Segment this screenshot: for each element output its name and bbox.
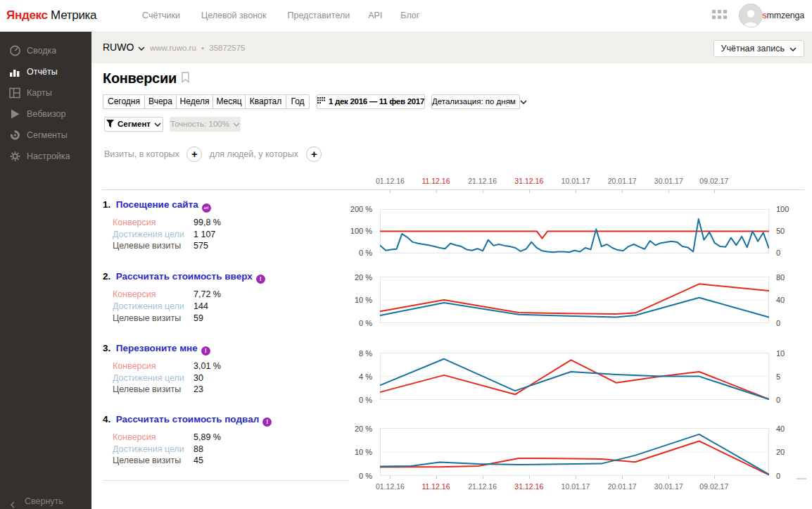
- corner-dash: [797, 478, 806, 479]
- bookmark-icon[interactable]: [182, 73, 189, 85]
- sidebar-item-сегменты[interactable]: Сегменты: [0, 125, 91, 146]
- sidebar-item-label: Карты: [27, 88, 52, 98]
- chart-right-axis-label: 50: [776, 227, 785, 235]
- chevron-down-icon: [233, 120, 240, 128]
- goal-title-link[interactable]: Перезвоните мне: [116, 343, 198, 353]
- chevron-down-icon: [789, 41, 797, 56]
- sidebar-item-вебвизор[interactable]: Вебвизор: [0, 103, 91, 125]
- goal-type-badge-icon[interactable]: url: [202, 203, 211, 213]
- timeline-tick-top: [483, 189, 483, 193]
- goal-stats: Конверсия99,8 %Достижения цели1 107Целев…: [113, 217, 221, 252]
- chart-left-axis-label: 10 %: [338, 448, 372, 456]
- period-button-5[interactable]: Квартал: [245, 94, 286, 109]
- goal-number: 1.: [103, 199, 113, 210]
- goal-stat-row: Достижения цели30: [113, 372, 221, 384]
- stat-label: Целевые визиты: [113, 384, 194, 396]
- logo[interactable]: Яндекс Метрика: [6, 8, 96, 23]
- chart-left-axis-label: 4 %: [338, 372, 372, 381]
- page-title: Конверсии: [103, 70, 177, 87]
- avatar[interactable]: [739, 4, 763, 27]
- stat-value: 30: [194, 373, 203, 383]
- stat-label: Достижения цели: [113, 301, 194, 313]
- counter-toolbar: RUWO www.ruwo.ru • 35872575 Учётная запи…: [91, 32, 812, 63]
- bullet-separator: •: [201, 44, 204, 52]
- sidebar-item-label: Вебвизор: [27, 109, 65, 119]
- nav-item-1[interactable]: Счётчики: [142, 11, 180, 20]
- timeline-date-top: 20.01.17: [601, 177, 643, 185]
- top-header: Яндекс Метрика СчётчикиЦелевой звонокПре…: [0, 0, 812, 32]
- chart-left-axis-label: 0 %: [338, 249, 372, 257]
- goal-type-badge-icon[interactable]: !: [201, 346, 210, 356]
- detail-button[interactable]: Детализация: по дням: [431, 94, 520, 109]
- goal-chart: [380, 209, 769, 253]
- stat-value: 7,72 %: [194, 289, 221, 299]
- sidebar-item-отчёты[interactable]: Отчёты: [0, 61, 91, 82]
- nav-item-3[interactable]: Представители: [287, 11, 350, 20]
- username[interactable]: smmzenga: [762, 11, 804, 20]
- goal-stat-row: Целевые визиты575: [113, 240, 221, 252]
- chart-right-axis-label: 0: [776, 472, 780, 480]
- counter-site[interactable]: www.ruwo.ru: [150, 44, 196, 52]
- timeline-date-bottom: 01.12.16: [369, 482, 411, 491]
- calendar-icon: [317, 97, 325, 105]
- sidebar-item-label: Сегменты: [27, 130, 68, 140]
- timeline-date-bottom: 09.02.17: [693, 482, 735, 491]
- sidebar-item-сводка[interactable]: Сводка: [0, 40, 91, 61]
- logo-metrika: Метрика: [51, 8, 96, 22]
- stat-value: 5,89 %: [194, 432, 221, 442]
- timeline-tick-top: [436, 189, 437, 193]
- detail-label: Детализация: по дням: [432, 97, 516, 106]
- goal-stats: Конверсия7,72 %Достижения цели144Целевые…: [113, 289, 221, 324]
- sidebar-item-настройка[interactable]: Настройка: [0, 146, 91, 167]
- counter-selector[interactable]: RUWO: [103, 42, 145, 53]
- nav-item-4[interactable]: API: [368, 11, 382, 20]
- chart-right-axis-label: 0: [776, 249, 780, 257]
- timeline-date-bottom: 11.12.16: [415, 482, 457, 491]
- period-button-6[interactable]: Год: [286, 94, 310, 109]
- timeline-tick-top: [714, 189, 715, 193]
- chevron-left-icon: [11, 498, 15, 509]
- account-button[interactable]: Учётная запись: [713, 40, 804, 57]
- stat-value: 23: [194, 384, 203, 394]
- chart-left-axis-label: 0 %: [338, 472, 372, 480]
- goal-stat-row: Целевые визиты45: [113, 455, 221, 467]
- goal-title-link[interactable]: Рассчитать стоимость вверх: [116, 271, 253, 282]
- page-title-row: Конверсии: [103, 70, 189, 87]
- goal-stat-row: Конверсия99,8 %: [113, 217, 221, 229]
- period-button-4[interactable]: Месяц: [212, 94, 245, 109]
- chart-left-axis-label: 20 %: [338, 273, 372, 282]
- goal-title-link[interactable]: Посещение сайта: [116, 199, 198, 210]
- apps-grid-icon[interactable]: [712, 10, 727, 20]
- goal-title-row: 1. Посещение сайтаurl: [103, 199, 211, 213]
- date-range-button[interactable]: 1 дек 2016 — 11 фев 2017: [317, 94, 425, 109]
- period-button-3[interactable]: Неделя: [176, 94, 212, 109]
- timeline-date-top: 21.12.16: [462, 177, 504, 185]
- chart-left-axis-label: 200 %: [338, 205, 372, 213]
- period-button-2[interactable]: Вчера: [144, 94, 176, 109]
- goal-type-badge-icon[interactable]: !: [262, 417, 272, 427]
- sidebar-collapse-button[interactable]: Свернуть: [0, 494, 91, 509]
- chart-left-axis-label: 8 %: [338, 349, 372, 358]
- nav-item-5[interactable]: Блог: [400, 11, 419, 20]
- goal-stats: Конверсия5,89 %Достижения цели88Целевые …: [113, 432, 221, 467]
- stat-label: Достижения цели: [113, 372, 194, 384]
- stat-value: 144: [194, 301, 208, 311]
- goal-number: 4.: [103, 414, 113, 425]
- goal-title-link[interactable]: Рассчитать стоимость подвал: [116, 414, 259, 425]
- timeline-date-top: 30.01.17: [647, 177, 690, 185]
- add-visits-condition-button[interactable]: +: [186, 146, 202, 162]
- sidebar-item-карты[interactable]: Карты: [0, 82, 91, 103]
- stat-value: 99,8 %: [194, 218, 221, 227]
- nav-item-2[interactable]: Целевой звонок: [201, 11, 266, 20]
- stat-label: Конверсия: [113, 360, 194, 372]
- add-people-condition-button[interactable]: +: [306, 146, 322, 162]
- period-button-group: СегодняВчераНеделяМесяцКварталГод: [103, 94, 310, 109]
- accuracy-label: Точность: 100%: [170, 120, 229, 128]
- stat-label: Достижения цели: [113, 444, 194, 455]
- goal-chart: [380, 353, 769, 399]
- accuracy-button[interactable]: Точность: 100%: [170, 117, 241, 132]
- segment-button[interactable]: Сегмент: [104, 117, 163, 132]
- period-button-1[interactable]: Сегодня: [103, 94, 144, 109]
- funnel-icon: [106, 120, 114, 127]
- goal-type-badge-icon[interactable]: !: [256, 275, 265, 284]
